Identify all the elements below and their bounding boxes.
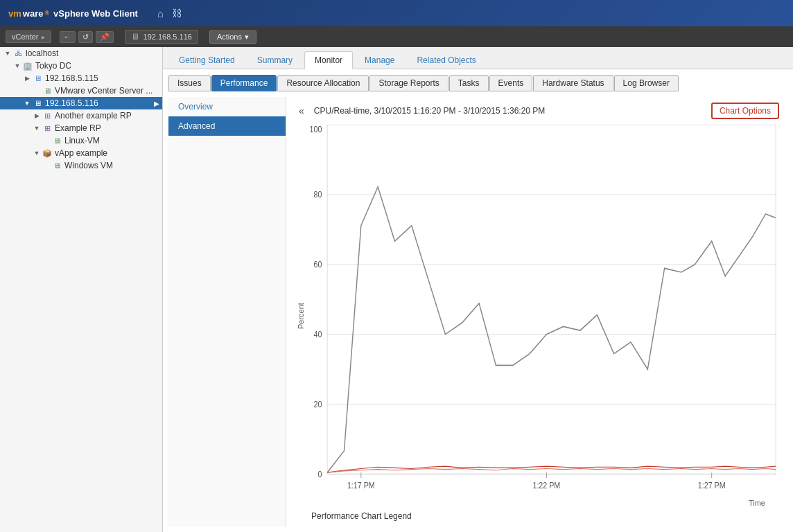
tree-item-116[interactable]: 🖥 192.168.5.116 ▶ [0, 97, 162, 109]
nav-actions: ← ↺ 📌 [60, 31, 114, 43]
svg-text:0: 0 [317, 470, 322, 479]
tab-resource-allocation[interactable]: Resource Allocation [277, 75, 369, 91]
tab-related-objects[interactable]: Related Objects [406, 51, 486, 69]
ware-text: ware [23, 8, 44, 19]
tab-events[interactable]: Events [489, 75, 533, 91]
tree-item-linux-vm[interactable]: 🖥 Linux-VM [0, 134, 162, 147]
tab-storage-reports[interactable]: Storage Reports [369, 75, 448, 91]
tree-arrow-116 [22, 100, 32, 107]
tree-arrow-localhost [3, 50, 12, 57]
y-axis-label: Percent [295, 125, 307, 507]
chart-back-button[interactable]: « [295, 104, 308, 118]
perf-nav-advanced[interactable]: Advanced [168, 116, 286, 136]
actions-button[interactable]: Actions ▾ [209, 30, 256, 44]
svg-rect-0 [327, 125, 776, 474]
tree-item-windows-vm[interactable]: 🖥 Windows VM [0, 159, 162, 172]
tree-label-another-rp: Another example RP [55, 111, 132, 121]
svg-text:80: 80 [314, 190, 322, 200]
datacenter-icon: 🏢 [22, 61, 33, 71]
top-header: vmware® vSphere Web Client ⌂ ⛓ [0, 0, 793, 26]
tree-item-vcenter[interactable]: 🖥 VMware vCenter Server ... [0, 85, 162, 97]
svg-text:1:27 PM: 1:27 PM [698, 481, 726, 490]
tree-label-vcenter: VMware vCenter Server ... [55, 86, 152, 96]
ip-badge: 🖥 192.168.5.116 [125, 30, 198, 44]
actions-label: Actions [217, 33, 242, 41]
perf-sidebar: Overview Advanced [168, 97, 286, 526]
performance-chart: 0 20 40 60 80 100 1:17 PM [307, 125, 779, 497]
tree-arrow-vapp [32, 150, 42, 157]
tree-item-115[interactable]: 🖥 192.168.5.115 [0, 72, 162, 85]
tree-arrow-tokyo-dc [12, 62, 22, 69]
tab-hardware-status[interactable]: Hardware Status [533, 75, 613, 91]
tree-label-example-rp: Example RP [55, 123, 101, 133]
chart-header: « CPU/Real-time, 3/10/2015 1:16:20 PM - … [295, 103, 779, 119]
tab-issues[interactable]: Issues [168, 75, 211, 91]
tree-item-tokyo-dc[interactable]: 🏢 Tokyo DC [0, 60, 162, 72]
vmware-logo: vmware® vSphere Web Client [8, 8, 138, 19]
server-icon: 🖥 [131, 32, 139, 42]
home-icon[interactable]: ⌂ [157, 8, 164, 19]
svg-text:1:17 PM: 1:17 PM [347, 481, 375, 490]
tab-performance[interactable]: Performance [211, 75, 277, 91]
vm-icon-windows: 🖥 [51, 161, 62, 170]
app-title: vSphere Web Client [53, 8, 138, 19]
monitor-content: Issues Performance Resource Allocation S… [163, 69, 793, 532]
tree-arrow-another-rp [32, 112, 42, 119]
selected-arrow: ▶ [154, 100, 162, 107]
chart-wrapper: Percent [295, 125, 779, 507]
chart-svg-container: 0 20 40 60 80 100 1:17 PM [307, 125, 779, 507]
tree-arrow-115 [22, 75, 32, 82]
tree-label-windows-vm: Windows VM [64, 161, 113, 170]
breadcrumb-arrow: ▸ [42, 33, 45, 41]
tree-label-tokyo-dc: Tokyo DC [35, 61, 71, 71]
vm-icon-vcenter: 🖥 [42, 86, 53, 96]
tree-label-linux-vm: Linux-VM [64, 136, 100, 145]
tree-label-localhost: localhost [26, 48, 58, 58]
tab-bar-secondary: Issues Performance Resource Allocation S… [168, 75, 787, 91]
tree-label-vapp: vApp example [55, 148, 107, 158]
tree-label-115: 192.168.5.115 [45, 73, 98, 83]
tree-item-example-rp[interactable]: ⊞ Example RP [0, 122, 162, 134]
registered-mark: ® [44, 10, 49, 17]
rp-icon-another: ⊞ [42, 111, 53, 121]
tree-label-116: 192.168.5.116 [45, 98, 98, 108]
breadcrumb-label: vCenter [12, 33, 39, 41]
svg-text:100: 100 [310, 125, 322, 134]
chart-options-button[interactable]: Chart Options [711, 103, 779, 119]
sidebar: 🖧 localhost 🏢 Tokyo DC 🖥 192.168.5.115 🖥… [0, 47, 163, 532]
ip-address: 192.168.5.116 [143, 33, 192, 41]
chart-title: CPU/Real-time, 3/10/2015 1:16:20 PM - 3/… [314, 106, 706, 116]
perf-nav-overview[interactable]: Overview [168, 97, 286, 116]
host-icon-localhost: 🖧 [12, 48, 24, 58]
link-icon[interactable]: ⛓ [172, 8, 182, 19]
breadcrumb[interactable]: vCenter ▸ [6, 30, 51, 43]
svg-text:60: 60 [314, 260, 322, 269]
tree-arrow-example-rp [32, 125, 42, 132]
tab-bar-top: Getting Started Summary Monitor Manage R… [163, 47, 793, 69]
tree-item-localhost[interactable]: 🖧 localhost [0, 47, 162, 60]
content-area: Getting Started Summary Monitor Manage R… [163, 47, 793, 532]
main-container: 🖧 localhost 🏢 Tokyo DC 🖥 192.168.5.115 🖥… [0, 47, 793, 532]
header-icons: ⌂ ⛓ [157, 8, 182, 19]
actions-arrow: ▾ [245, 33, 249, 42]
tab-log-browser[interactable]: Log Browser [614, 75, 679, 91]
refresh-button[interactable]: ↺ [78, 31, 93, 43]
tree-item-vapp[interactable]: 📦 vApp example [0, 147, 162, 159]
tab-monitor[interactable]: Monitor [304, 51, 353, 69]
tab-tasks[interactable]: Tasks [449, 75, 489, 91]
nav-bar: vCenter ▸ ← ↺ 📌 🖥 192.168.5.116 Actions … [0, 26, 793, 47]
rp-icon-example: ⊞ [42, 123, 53, 133]
perf-content: Overview Advanced « CPU/Real-time, 3/10/… [168, 97, 787, 526]
vm-text: vm [8, 8, 21, 19]
tab-summary[interactable]: Summary [247, 51, 303, 69]
host-icon-116: 🖥 [32, 98, 43, 108]
tab-manage[interactable]: Manage [354, 51, 405, 69]
pin-button[interactable]: 📌 [96, 31, 114, 43]
tree-item-another-rp[interactable]: ⊞ Another example RP [0, 109, 162, 122]
back-button[interactable]: ← [60, 31, 76, 43]
vapp-icon: 📦 [42, 148, 53, 158]
host-icon-115: 🖥 [32, 73, 43, 83]
tab-getting-started[interactable]: Getting Started [168, 51, 245, 69]
chart-area: « CPU/Real-time, 3/10/2015 1:16:20 PM - … [286, 97, 787, 526]
chart-subtitle: Performance Chart Legend [295, 511, 779, 521]
